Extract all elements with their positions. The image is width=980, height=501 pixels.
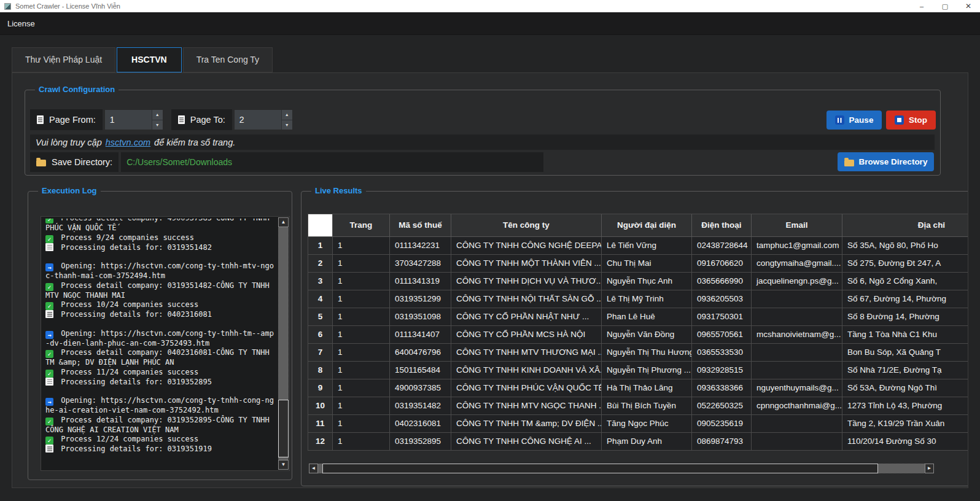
cell-email[interactable]: jacquelinengn.ps@g... [752,273,842,290]
menu-license[interactable]: License [0,19,42,28]
stop-button[interactable]: Stop [886,111,936,130]
table-corner-cell[interactable] [308,214,333,237]
column-header[interactable]: Email [752,214,842,237]
column-header[interactable]: Trang [333,214,390,237]
cell-tax_id[interactable]: 0402316081 [390,415,451,433]
table-row[interactable]: 716400476796CÔNG TY TNHH MTV THƯƠNG MẠI … [308,344,968,362]
cell-tax_id[interactable]: 0319351482 [390,397,451,415]
cell-address[interactable]: Số 35A, Ngõ 80, Phố Ho [842,237,968,255]
cell-trang[interactable]: 1 [333,397,390,415]
cell-tax_id[interactable]: 6400476796 [390,344,451,362]
cell-trang[interactable]: 1 [333,255,390,273]
cell-company[interactable]: CÔNG TY TNHH NỘI THẤT SÀN GỖ ... [451,290,602,308]
spin-down-icon[interactable]: ▼ [282,120,292,130]
cell-rep[interactable]: Phạm Duy Anh [602,433,692,451]
cell-phone[interactable]: 0869874793 [692,433,752,451]
cell-phone[interactable]: 02438728644 [692,237,752,255]
hsctvn-link[interactable]: hsctvn.com [106,138,150,147]
cell-tax_id[interactable]: 1501165484 [390,362,451,379]
row-number[interactable]: 4 [308,290,333,308]
row-number[interactable]: 12 [308,433,333,451]
cell-phone[interactable]: 0936205503 [692,290,752,308]
cell-email[interactable]: mcshanoivietnam@g... [752,326,842,344]
table-row[interactable]: 914900937385CÔNG TY TNHH PHÚC VẬN QUỐC T… [308,379,968,397]
cell-tax_id[interactable]: 0111342231 [390,237,451,255]
browse-directory-button[interactable]: Browse Directory [838,152,934,171]
scrollbar-thumb[interactable] [322,464,878,473]
tab-thu-vien-phap-luat[interactable]: Thư Viện Pháp Luật [12,47,115,72]
cell-address[interactable]: Tầng 2, K19/29 Trần Xuân [842,415,968,433]
cell-tax_id[interactable]: 3703427288 [390,255,451,273]
cell-tax_id[interactable]: 0319351299 [390,290,451,308]
table-row[interactable]: 510319351098CÔNG TY CỔ PHẦN NHẬT NHƯ ...… [308,308,968,326]
cell-address[interactable]: Bon Bu Sóp, Xã Quảng T [842,344,968,362]
cell-email[interactable] [752,433,842,451]
cell-company[interactable]: CÔNG TY TNHH TM &amp; DV ĐIỆN ... [451,415,602,433]
cell-trang[interactable]: 1 [333,273,390,290]
cell-email[interactable] [752,362,842,379]
cell-rep[interactable]: Nguyễn Thị Phương ... [602,362,692,379]
scrollbar-track[interactable] [278,227,289,460]
cell-rep[interactable]: Hà Thị Thảo Lăng [602,379,692,397]
scroll-left-icon[interactable]: ◄ [309,464,318,473]
cell-trang[interactable]: 1 [333,308,390,326]
cell-trang[interactable]: 1 [333,344,390,362]
spin-up-icon[interactable]: ▲ [152,110,163,120]
cell-phone[interactable]: 0365666990 [692,273,752,290]
log-vertical-scrollbar[interactable]: ▲ ▼ [278,217,289,470]
cell-phone[interactable]: 0365533530 [692,344,752,362]
page-from-value[interactable]: 1 [105,115,152,125]
cell-email[interactable]: nguyenthuymails@g... [752,379,842,397]
cell-address[interactable]: Số 275, Đường Đt 247, A [842,255,968,273]
cell-tax_id[interactable]: 4900937385 [390,379,451,397]
cell-address[interactable]: 110/20/14 Đường Số 30 [842,433,968,451]
table-row[interactable]: 213703427288CÔNG TY TNHH MỘT THÀNH VIÊN … [308,255,968,273]
cell-company[interactable]: CÔNG TY TNHH MTV THƯƠNG MẠI ... [451,344,602,362]
column-header[interactable]: Mã số thuế [390,214,451,237]
row-number[interactable]: 1 [308,237,333,255]
page-to-spinbox[interactable]: 2 ▲ ▼ [234,109,293,130]
cell-phone[interactable]: 0931750301 [692,308,752,326]
cell-company[interactable]: CÔNG TY TNHH DỊCH VỤ VÀ THƯƠ... [451,273,602,290]
row-number[interactable]: 5 [308,308,333,326]
cell-email[interactable]: cpnngocthanhmai@g... [752,397,842,415]
row-number[interactable]: 7 [308,344,333,362]
row-number[interactable]: 10 [308,397,333,415]
cell-trang[interactable]: 1 [333,379,390,397]
minimize-button[interactable]: – [910,0,933,12]
cell-company[interactable]: CÔNG TY TNHH MỘT THÀNH VIÊN ... [451,255,602,273]
cell-email[interactable] [752,290,842,308]
cell-email[interactable] [752,415,842,433]
cell-address[interactable]: 1273 Tỉnh Lộ 43, Phường [842,397,968,415]
maximize-button[interactable]: ▢ [933,0,957,12]
cell-company[interactable]: CÔNG TY TNHH CÔNG NGHỆ DEEPAIR [451,237,602,255]
table-row[interactable]: 110111342231CÔNG TY TNHH CÔNG NGHỆ DEEPA… [308,237,968,255]
table-horizontal-scrollbar[interactable]: ◄ ► [309,464,934,473]
cell-rep[interactable]: Lê Thị Mỹ Trinh [602,290,692,308]
cell-company[interactable]: CÔNG TY TNHH MTV NGỌC THANH ... [451,397,602,415]
cell-phone[interactable]: 0932928515 [692,362,752,379]
cell-address[interactable]: Số 53A, Đường Ngô Thì [842,379,968,397]
cell-company[interactable]: CÔNG TY TNHH CÔNG NGHỆ AI ... [451,433,602,451]
tab-hsctvn[interactable]: HSCTVN [117,47,182,72]
cell-rep[interactable]: Chu Thị Mai [602,255,692,273]
cell-trang[interactable]: 1 [333,237,390,255]
row-number[interactable]: 11 [308,415,333,433]
cell-phone[interactable]: 0936338366 [692,379,752,397]
column-header[interactable]: Tên công ty [451,214,602,237]
cell-company[interactable]: CÔNG TY CỔ PHẦN MCS HÀ NỘI [451,326,602,344]
column-header[interactable]: Địa chỉ [842,214,968,237]
table-row[interactable]: 410319351299CÔNG TY TNHH NỘI THẤT SÀN GỖ… [308,290,968,308]
cell-rep[interactable]: Nguyễn Văn Đồng [602,326,692,344]
cell-email[interactable]: tamphuc1@gmail.com [752,237,842,255]
scrollbar-track[interactable] [318,464,925,473]
cell-address[interactable]: Số 8 Đường 14, Phường [842,308,968,326]
table-row[interactable]: 1210319352895CÔNG TY TNHH CÔNG NGHỆ AI .… [308,433,968,451]
cell-phone[interactable]: 0916706620 [692,255,752,273]
page-from-spinbox[interactable]: 1 ▲ ▼ [104,109,163,130]
table-row[interactable]: 310111341319CÔNG TY TNHH DỊCH VỤ VÀ THƯƠ… [308,273,968,290]
pause-button[interactable]: Pause [826,111,882,130]
row-number[interactable]: 8 [308,362,333,379]
close-button[interactable]: ✕ [957,0,980,12]
spin-up-icon[interactable]: ▲ [282,110,292,120]
